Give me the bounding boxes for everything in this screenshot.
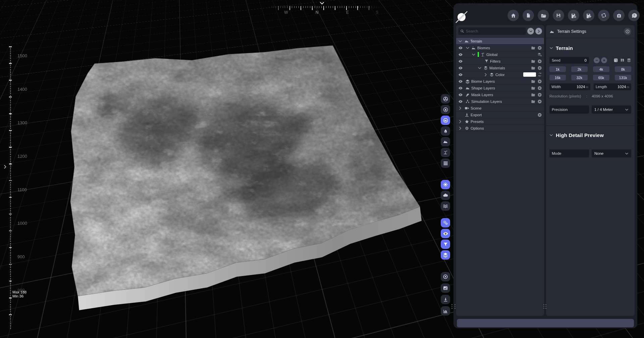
folder-icon[interactable]	[531, 92, 536, 97]
new-file-button[interactable]	[523, 10, 534, 21]
resolution-131k-button[interactable]: 131k	[615, 75, 631, 80]
resolution-32k-button[interactable]: 32k	[571, 75, 588, 80]
splitter-resize-handle[interactable]	[545, 304, 546, 309]
add-plus-icon[interactable]	[537, 46, 542, 50]
tree-row-terrain[interactable]: Terrain	[456, 38, 544, 45]
resolution-8k-button[interactable]: 8k	[615, 66, 631, 72]
chevron-down-icon[interactable]	[472, 53, 476, 57]
expand-all-button[interactable]	[535, 28, 542, 35]
save-as-button[interactable]	[568, 10, 579, 21]
chevron-down-icon[interactable]	[478, 66, 482, 70]
resolution-16k-button[interactable]: 16k	[549, 75, 566, 80]
tree-row-simulation-layers[interactable]: Simulation Layers	[456, 98, 544, 105]
tree-row-biomes[interactable]: Biomes	[456, 45, 544, 51]
tool-sun-light-button[interactable]	[441, 180, 450, 189]
outliner-resize-handle[interactable]	[454, 304, 455, 309]
add-plus-icon[interactable]	[537, 59, 542, 64]
add-plus-icon[interactable]	[537, 86, 542, 90]
tree-row-shape-layers[interactable]: Shape Layers	[456, 85, 544, 91]
tool-record-button[interactable]	[441, 272, 450, 281]
visibility-eye-icon[interactable]	[458, 66, 463, 70]
add-plus-icon[interactable]	[537, 79, 542, 84]
tool-navigate-orb-button[interactable]	[441, 94, 450, 104]
tool-cloud-button[interactable]	[441, 191, 450, 200]
resolution-65k-button[interactable]: 65k	[593, 75, 609, 80]
tool-snapshot-image-button[interactable]	[441, 283, 450, 293]
tool-orient-cube-button[interactable]	[441, 105, 450, 114]
color-swatch[interactable]	[523, 72, 536, 77]
chevron-down-icon[interactable]	[458, 39, 462, 43]
add-layer-icon[interactable]	[537, 52, 542, 57]
home-button[interactable]	[507, 10, 519, 21]
add-plus-icon[interactable]	[537, 92, 542, 97]
folder-icon[interactable]	[531, 66, 536, 70]
tree-row-color[interactable]: Color	[456, 71, 544, 78]
chevron-right-icon[interactable]	[458, 106, 462, 110]
reload-button[interactable]	[598, 10, 609, 21]
chevron-right-icon[interactable]	[458, 126, 462, 130]
chevron-right-icon[interactable]	[458, 120, 462, 124]
visibility-eye-icon[interactable]	[458, 99, 463, 104]
help-button[interactable]	[628, 10, 640, 21]
seed-increment-button[interactable]	[601, 57, 607, 63]
add-plus-icon[interactable]	[537, 99, 542, 104]
folder-icon[interactable]	[531, 59, 536, 64]
save-seed-icon[interactable]	[620, 58, 625, 62]
precision-dropdown[interactable]: 1 / 4 Meter	[592, 106, 631, 114]
tool-grid-button[interactable]	[441, 158, 450, 168]
tool-visibility-button[interactable]	[441, 229, 450, 238]
add-plus-icon[interactable]	[537, 66, 542, 70]
tree-row-filters[interactable]: Filters	[456, 58, 544, 65]
terrain-mesh[interactable]	[57, 30, 443, 325]
tool-filter-button[interactable]	[441, 240, 450, 249]
visibility-eye-icon[interactable]	[458, 52, 463, 57]
tree-row-export[interactable]: Export	[456, 112, 544, 118]
save-button[interactable]	[553, 10, 564, 21]
seed-history-icon[interactable]	[627, 58, 631, 63]
folder-icon[interactable]	[531, 86, 536, 90]
visibility-eye-icon[interactable]	[458, 46, 463, 50]
tree-row-options[interactable]: Options	[456, 125, 544, 132]
chevron-right-icon[interactable]	[484, 73, 488, 77]
resolution-4k-button[interactable]: 4k	[593, 66, 609, 72]
screenshot-button[interactable]	[613, 10, 625, 21]
visibility-eye-icon[interactable]	[458, 92, 463, 97]
search-field[interactable]	[458, 27, 526, 35]
tool-layers-button[interactable]	[441, 250, 450, 260]
visibility-eye-icon[interactable]	[458, 86, 463, 90]
tool-auto-process-button[interactable]	[441, 218, 450, 227]
tool-water-button[interactable]	[441, 201, 450, 211]
tool-download-button[interactable]	[441, 295, 450, 304]
hdp-section-header[interactable]: High Detail Preview	[549, 130, 631, 140]
open-folder-button[interactable]	[538, 10, 549, 21]
tree-row-materials[interactable]: Materials	[456, 65, 544, 71]
tool-terrain-view-button[interactable]	[441, 116, 450, 125]
tool-mountain-button[interactable]	[441, 137, 450, 146]
search-input[interactable]	[466, 29, 520, 33]
width-field[interactable]: Width 1024m	[549, 83, 590, 90]
visibility-eye-icon[interactable]	[458, 59, 463, 64]
visibility-eye-icon[interactable]	[458, 72, 463, 77]
info-button[interactable]	[624, 28, 631, 35]
collapse-all-button[interactable]	[527, 28, 534, 35]
add-plus-icon[interactable]	[537, 113, 542, 117]
tree-row-scene[interactable]: Scene	[456, 105, 544, 112]
tool-biome-beach-button[interactable]	[441, 148, 450, 157]
length-field[interactable]: Length 1024m	[594, 83, 631, 90]
resolution-2k-button[interactable]: 2k	[571, 66, 588, 72]
resolution-1k-button[interactable]: 1k	[549, 66, 566, 72]
folder-icon[interactable]	[531, 99, 536, 104]
tree-row-biome-layers[interactable]: Biome Layers	[456, 78, 544, 85]
chevron-down-icon[interactable]	[466, 46, 470, 50]
tool-erosion-button[interactable]	[441, 126, 450, 136]
tree-row-global[interactable]: Global	[456, 51, 544, 58]
panel-resize-handle[interactable]	[451, 304, 452, 309]
save-rename-button[interactable]	[583, 10, 594, 21]
refresh-sync-icon[interactable]	[538, 72, 542, 77]
folder-icon[interactable]	[531, 46, 536, 50]
splitter-resize-handle[interactable]	[543, 304, 544, 309]
random-seed-dice-icon[interactable]	[613, 58, 618, 63]
tree-row-mask-layers[interactable]: Mask Layers	[456, 91, 544, 98]
left-panel-expander-chevron-icon[interactable]	[3, 164, 7, 170]
seed-field[interactable]: Seed 0	[549, 57, 589, 64]
